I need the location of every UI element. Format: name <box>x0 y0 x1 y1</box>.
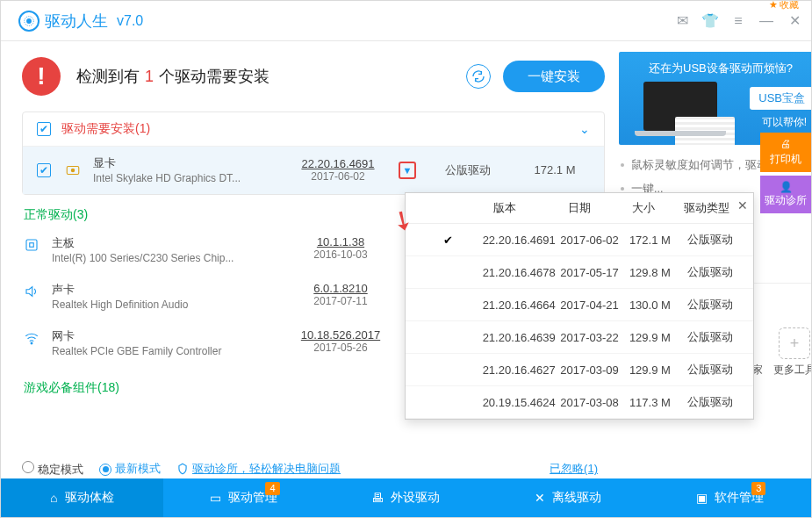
driver-row-gpu[interactable]: ✔ 显卡 Intel Skylake HD Graphics DT... 22.… <box>23 147 604 194</box>
alert-icon: ! <box>22 57 61 96</box>
driver-date: 2017-06-02 <box>290 170 386 183</box>
minimize-icon[interactable]: — <box>758 13 774 29</box>
ignored-link[interactable]: 已忽略(1) <box>550 461 598 477</box>
dropdown-row[interactable]: 21.20.16.4627 2017-03-09 129.9 M 公版驱动 <box>406 354 753 386</box>
dropdown-row[interactable]: 21.20.16.4678 2017-05-17 129.8 M 公版驱动 <box>406 256 753 289</box>
version-dropdown-button[interactable]: ▼ <box>399 162 416 179</box>
board-icon <box>24 237 40 253</box>
dropdown-row[interactable]: 21.20.16.4664 2017-04-21 130.0 M 公版驱动 <box>406 289 753 321</box>
titlebar: 驱动人生 v7.0 ✉ 👕 ≡ — ✕ <box>1 1 811 41</box>
alert-row: ! 检测到有 1 个驱动需要安装 一键安装 <box>1 57 619 112</box>
nav-icon: ▭ <box>210 491 221 505</box>
driver-name: 显卡 <box>93 155 277 171</box>
driver-version[interactable]: 22.20.16.4691 <box>290 157 386 170</box>
alert-prefix: 检测到有 <box>76 66 140 87</box>
driver-size: 172.1 M <box>520 163 590 176</box>
need-install-title: 驱动需要安装(1) <box>61 121 150 137</box>
skin-icon[interactable]: 👕 <box>702 13 718 29</box>
dropdown-row[interactable]: 20.19.15.4624 2017-03-08 117.3 M 公版驱动 <box>406 386 753 419</box>
svg-point-3 <box>71 169 75 173</box>
dd-col-version: 版本 <box>467 200 542 216</box>
net-icon <box>24 330 40 346</box>
alert-count: 1 <box>145 68 154 86</box>
dd-col-size: 大小 <box>617 200 670 216</box>
promo-title: 还在为USB设备驱动而烦恼? <box>628 61 812 76</box>
nav-badge: 4 <box>265 482 279 495</box>
dropdown-row[interactable]: ✔ 22.20.16.4691 2017-06-02 172.1 M 公版驱动 <box>406 224 753 256</box>
install-all-button[interactable]: 一键安装 <box>503 61 605 92</box>
driver-kind: 公版驱动 <box>428 162 507 178</box>
nav-icon: 🖶 <box>371 491 384 505</box>
strip-打印机[interactable]: 🖨打印机 <box>760 133 811 172</box>
svg-rect-5 <box>30 242 34 247</box>
dd-col-kind: 驱动类型 <box>670 200 744 216</box>
nav-4[interactable]: ▣ 软件管理 3 <box>649 478 811 517</box>
close-icon[interactable]: ✕ <box>787 13 802 29</box>
gpu-icon <box>65 162 81 178</box>
clinic-link[interactable]: 驱动诊所，轻松解决电脑问题 <box>176 461 341 477</box>
favorite-tag[interactable]: ★收藏 <box>769 0 799 11</box>
promo-banner[interactable]: 还在为USB设备驱动而烦恼? USB宝盒 可以帮你! <box>619 52 812 145</box>
driver-sub: Intel Skylake HD Graphics DT... <box>93 171 277 185</box>
bottom-nav: ⌂ 驱动体检 ▭ 驱动管理 4 🖶 外设驱动 ✕ 离线驱动 ▣ 软件管理 3 <box>1 478 811 517</box>
need-install-header[interactable]: ✔ 驱动需要安装(1) ⌄ <box>23 112 604 147</box>
nav-0[interactable]: ⌂ 驱动体检 <box>1 478 163 517</box>
dd-col-date: 日期 <box>542 200 616 216</box>
select-all-checkbox[interactable]: ✔ <box>37 122 51 136</box>
svg-point-0 <box>26 18 32 24</box>
feedback-icon[interactable]: ✉ <box>674 13 690 29</box>
app-version: v7.0 <box>117 13 143 29</box>
nav-1[interactable]: ▭ 驱动管理 4 <box>163 478 326 517</box>
tool-more[interactable]: + 更多工具 <box>770 327 812 378</box>
dropdown-close-icon[interactable]: ✕ <box>737 198 748 212</box>
menu-icon[interactable]: ≡ <box>730 13 746 29</box>
promo-help: 可以帮你! <box>762 115 807 130</box>
version-dropdown-popup: 版本 日期 大小 驱动类型 ✕ ✔ 22.20.16.4691 2017-06-… <box>405 192 754 420</box>
mode-stable[interactable]: 稳定模式 <box>22 461 83 478</box>
nav-icon: ⌂ <box>50 491 57 505</box>
nav-2[interactable]: 🖶 外设驱动 <box>325 478 487 517</box>
alert-suffix: 个驱动需要安装 <box>159 66 269 87</box>
dropdown-row[interactable]: 21.20.16.4639 2017-03-22 129.9 M 公版驱动 <box>406 321 753 354</box>
check-icon: ✔ <box>414 234 483 247</box>
app-logo-icon <box>18 11 40 32</box>
nav-badge: 3 <box>751 482 765 495</box>
plus-icon: + <box>779 327 810 359</box>
need-install-card: ✔ 驱动需要安装(1) ⌄ ✔ 显卡 Intel Skylake HD Grap… <box>22 112 605 195</box>
refresh-button[interactable] <box>466 64 491 89</box>
promo-box: USB宝盒 <box>750 87 812 110</box>
svg-point-6 <box>31 342 32 344</box>
nav-icon: ▣ <box>696 491 708 505</box>
app-name: 驱动人生 <box>45 11 108 32</box>
chevron-down-icon[interactable]: ⌄ <box>579 122 590 136</box>
strip-驱动诊所[interactable]: 👤驱动诊所 <box>760 176 811 213</box>
side-strip: 🖨打印机👤驱动诊所 <box>760 133 811 213</box>
nav-3[interactable]: ✕ 离线驱动 <box>487 478 650 517</box>
mode-latest[interactable]: 最新模式 <box>99 461 161 477</box>
nav-icon: ✕ <box>535 491 545 505</box>
driver-checkbox[interactable]: ✔ <box>37 163 51 177</box>
svg-rect-4 <box>26 240 37 250</box>
sound-icon <box>24 284 40 299</box>
